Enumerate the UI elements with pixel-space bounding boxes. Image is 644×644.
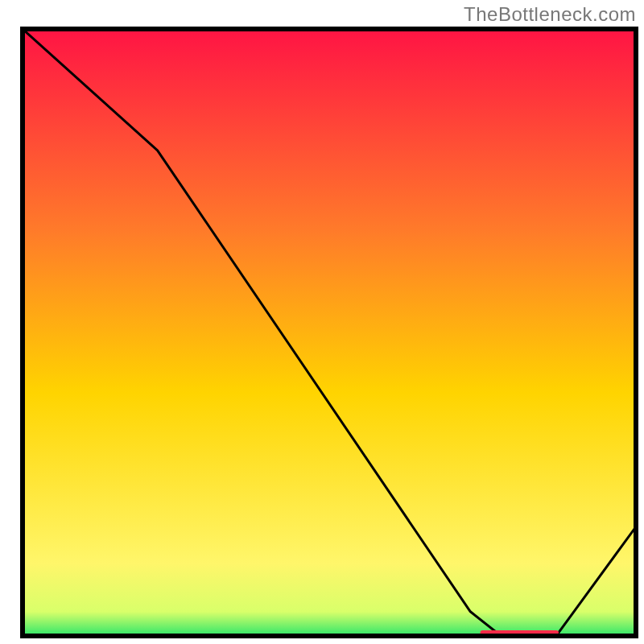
bottleneck-chart: [0, 0, 644, 644]
chart-container: TheBottleneck.com: [0, 0, 644, 644]
plot-background: [23, 29, 636, 636]
attribution-label: TheBottleneck.com: [464, 3, 636, 26]
